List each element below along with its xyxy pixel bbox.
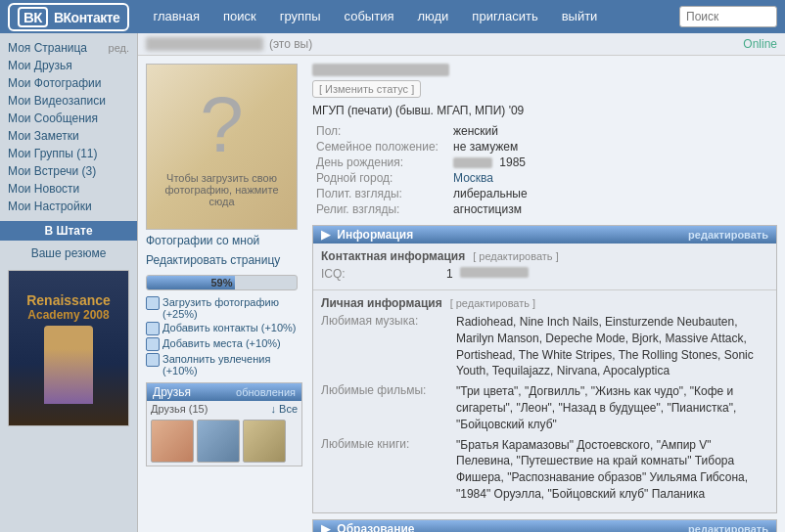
photo-placeholder-icon: ? [200, 86, 244, 164]
online-badge: Online [743, 37, 777, 51]
basic-info-table: Пол: женский Семейное положение: не заму… [312, 123, 777, 217]
change-status-box[interactable]: [ Изменить статус ] [312, 80, 421, 98]
books-row: Любимые книги: "Братья Карамазовы" Досто… [321, 437, 768, 503]
gender-row: Пол: женский [312, 123, 777, 139]
birthday-label: День рождения: [312, 155, 449, 170]
search-input[interactable] [679, 6, 777, 27]
task-hobbies[interactable]: Заполнить увлечения (+10%) [146, 353, 302, 377]
progress-section: 59% [146, 275, 302, 290]
sidebar-item-mypage[interactable]: Моя Страница [8, 39, 87, 57]
education-title-text: Образование [337, 522, 414, 532]
vk-icon: ВК [18, 7, 48, 27]
music-label: Любимая музыка: [321, 314, 448, 328]
birthday-value: 1985 [449, 155, 777, 170]
sidebar-ad[interactable]: Renaissance Academy 2008 [8, 270, 129, 426]
sidebar-edit-link[interactable]: ред. [109, 42, 129, 54]
info-title-text: Информация [337, 228, 413, 242]
profile-fullname-blurred [312, 64, 449, 76]
sidebar-item-videos[interactable]: Мои Видеозаписи [8, 92, 129, 110]
nav-people[interactable]: люди [405, 0, 460, 33]
icq-label: ICQ: [321, 267, 439, 281]
task-places[interactable]: Добавить места (+10%) [146, 337, 302, 351]
films-row: Любимые фильмы: "Три цвета", "Догвилль",… [321, 383, 768, 432]
task-places-link[interactable]: Добавить места (+10%) [162, 337, 281, 349]
city-value[interactable]: Москва [449, 170, 777, 186]
profile-main: ? Чтобы загрузить свою фотографию, нажми… [138, 56, 785, 532]
personal-header-row: Личная информация [ редактировать ] [321, 296, 768, 310]
nav-invite[interactable]: пригласить [460, 0, 549, 33]
icq-number-blurred [460, 267, 529, 278]
friends-all-link[interactable]: ↓ Все [270, 403, 298, 415]
nav-logout[interactable]: выйти [550, 0, 610, 33]
vk-logo[interactable]: ВК ВКонтакте [8, 3, 129, 31]
friends-section: Друзья обновления Друзья (15) ↓ Все [146, 382, 302, 466]
personal-sub-section: Личная информация [ редактировать ] Люби… [313, 290, 776, 512]
task-contacts[interactable]: Добавить контакты (+10%) [146, 322, 302, 335]
city-link[interactable]: Москва [453, 171, 493, 185]
religion-row: Религ. взгляды: агностицизм [312, 201, 777, 217]
progress-text: 59% [147, 276, 297, 289]
nav-home[interactable]: главная [141, 0, 211, 33]
ad-year: Academy 2008 [27, 308, 109, 322]
photos-with-me-link[interactable]: Фотографии со мной [146, 230, 302, 251]
profile-photo-column: ? Чтобы загрузить свою фотографию, нажми… [146, 64, 302, 532]
edit-page-link[interactable]: Редактировать страницу [146, 251, 302, 269]
religion-label: Религ. взгляды: [312, 201, 449, 217]
task-photo-link[interactable]: Загрузить фотографию (+25%) [162, 296, 302, 320]
task-contacts-link[interactable]: Добавить контакты (+10%) [162, 322, 297, 333]
university-text: МГУП (печати) (бывш. МГАП, МПИ) '09 [312, 104, 777, 117]
sidebar-item-friends[interactable]: Мои Друзья [8, 57, 129, 74]
profile-info-column: [ Изменить статус ] МГУП (печати) (бывш.… [312, 64, 777, 532]
places-task-icon [146, 337, 160, 351]
personal-edit-link[interactable]: [ редактировать ] [450, 297, 535, 309]
family-row: Семейное положение: не замужем [312, 139, 777, 155]
sidebar-status-section: В Штате [0, 221, 137, 241]
nav-search[interactable]: поиск [211, 0, 268, 33]
content-area: (это вы) Online ? Чтобы загрузить свою ф… [137, 33, 785, 532]
city-row: Родной город: Москва [312, 170, 777, 186]
sidebar-item-settings[interactable]: Мои Настройки [8, 198, 129, 215]
sidebar-item-news[interactable]: Мои Новости [8, 180, 129, 198]
friends-updates[interactable]: обновления [236, 386, 296, 398]
friend-thumb-1[interactable] [151, 420, 194, 463]
info-edit-link[interactable]: редактировать [688, 229, 768, 241]
films-value: "Три цвета", "Догвилль", "Жизнь как чудо… [456, 383, 768, 432]
profile-name-header: (это вы) [146, 37, 312, 51]
films-label: Любимые фильмы: [321, 383, 448, 397]
friend-thumb-3[interactable] [243, 420, 286, 463]
politics-row: Полит. взгляды: либеральные [312, 186, 777, 201]
task-photo[interactable]: Загрузить фотографию (+25%) [146, 296, 302, 320]
icq-row: ICQ: 1 [321, 267, 768, 281]
friend-thumb-2[interactable] [197, 420, 240, 463]
upload-photo-text: Чтобы загрузить свою фотографию, нажмите… [155, 172, 289, 207]
profile-photo-box[interactable]: ? Чтобы загрузить свою фотографию, нажми… [146, 64, 298, 230]
sidebar-item-groups[interactable]: Мои Группы (11) [8, 145, 129, 162]
nav-events[interactable]: события [333, 0, 406, 33]
birthday-row: День рождения: 1985 [312, 155, 777, 170]
profile-header-bar: (это вы) Online [138, 33, 785, 56]
books-label: Любимые книги: [321, 437, 448, 451]
sidebar-item-notes[interactable]: Мои Заметки [8, 127, 129, 145]
name-row [312, 64, 777, 76]
friends-grid [147, 417, 301, 466]
sidebar-item-meetings[interactable]: Мои Встречи (3) [8, 162, 129, 180]
music-value: Radiohead, Nine Inch Nails, Einsturzende… [456, 314, 768, 379]
contacts-edit-link[interactable]: [ редактировать ] [473, 250, 558, 262]
sidebar: Моя Страница ред. Мои Друзья Мои Фотогра… [0, 33, 137, 532]
religion-value: агностицизм [449, 201, 777, 217]
education-edit-link[interactable]: редактировать [688, 523, 768, 532]
contacts-task-icon [146, 322, 160, 335]
info-section-header: ▶ Информация редактировать [313, 226, 776, 244]
sidebar-item-messages[interactable]: Мои Сообщения [8, 110, 129, 127]
city-label: Родной город: [312, 170, 449, 186]
task-hobbies-link[interactable]: Заполнить увлечения (+10%) [162, 353, 302, 377]
personal-title: Личная информация [321, 296, 442, 310]
sidebar-resume-link[interactable]: Ваше резюме [8, 244, 129, 262]
eto-vy-label: (это вы) [269, 37, 312, 51]
nav-groups[interactable]: группы [268, 0, 333, 33]
education-header: ▶ Образование редактировать [313, 520, 776, 532]
info-section-box: ▶ Информация редактировать Контактная ин… [312, 225, 777, 513]
sidebar-item-photos[interactable]: Мои Фотографии [8, 74, 129, 92]
contacts-sub-section: Контактная информация [ редактировать ] … [313, 244, 776, 289]
ad-person-image [44, 326, 93, 404]
